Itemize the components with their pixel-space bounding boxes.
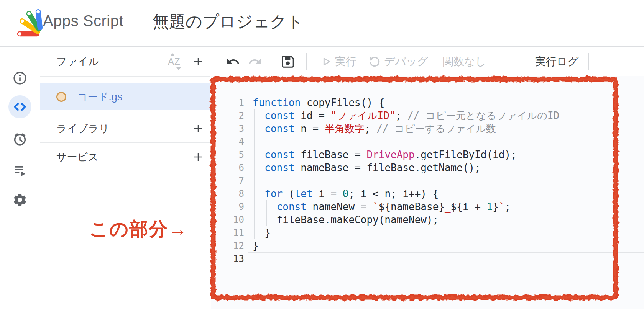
code-line[interactable]: 8 for (let i = 0; i < n; i++) { (211, 187, 644, 200)
nav-executions[interactable] (8, 159, 31, 182)
files-panel: ファイル AZ コード.gs ライブラリ (40, 47, 210, 309)
files-panel-header: ファイル AZ (40, 47, 210, 77)
line-number: 4 (211, 136, 244, 147)
save-button[interactable] (281, 47, 295, 76)
nav-triggers[interactable] (8, 128, 31, 150)
clock-icon (12, 131, 28, 147)
code-text: function copyFiles() { (253, 96, 384, 109)
code-text: const id = "ファイルID"; // コピー元となるファイルのID (253, 109, 559, 122)
undo-icon (226, 55, 240, 69)
editor-pane: 実行 デバッグ 関数なし 実行ログ 1function copyFiles() … (211, 47, 644, 309)
code-lines: 1function copyFiles() {2 const id = "ファイ… (211, 76, 644, 265)
app-name: Apps Script (43, 12, 123, 29)
sort-az-icon[interactable]: AZ (166, 53, 186, 70)
execution-log-button[interactable]: 実行ログ (535, 47, 578, 76)
line-number: 1 (211, 97, 244, 108)
run-button[interactable]: 実行 (320, 47, 356, 76)
nav-editor[interactable] (8, 95, 31, 118)
code-line[interactable]: 12} (211, 239, 644, 252)
nav-overview[interactable] (8, 67, 31, 90)
line-number: 2 (211, 110, 244, 121)
files-panel-title: ファイル (56, 55, 166, 69)
undo-button[interactable] (226, 47, 240, 76)
code-line[interactable]: 13 (211, 252, 644, 265)
code-text: fileBase.makeCopy(nameNew); (253, 213, 439, 226)
line-number: 9 (211, 201, 244, 212)
code-line[interactable]: 7 (211, 174, 644, 187)
code-icon (12, 99, 28, 115)
code-line[interactable]: 10 fileBase.makeCopy(nameNew); (211, 213, 644, 226)
debug-icon (368, 55, 381, 68)
toolbar-separator (520, 53, 520, 70)
code-text: const nameBase = fileBase.getName(); (253, 161, 481, 174)
nav-settings[interactable] (8, 188, 31, 211)
left-nav-rail (0, 47, 40, 309)
code-line[interactable]: 5 const fileBase = DriveApp.getFileById(… (211, 148, 644, 161)
function-selector[interactable]: 関数なし (443, 47, 486, 76)
app-header: Apps Script 無題のプロジェクト (0, 0, 644, 47)
line-number: 5 (211, 149, 244, 160)
line-number: 8 (211, 188, 244, 199)
toolbar-separator (273, 53, 273, 70)
redo-button[interactable] (248, 47, 262, 76)
code-line[interactable]: 1function copyFiles() { (211, 96, 644, 109)
plus-icon (192, 151, 204, 163)
executions-icon (12, 163, 28, 178)
project-title[interactable]: 無題のプロジェクト (153, 11, 304, 33)
save-icon (281, 54, 295, 69)
line-number: 3 (211, 123, 244, 134)
unsaved-indicator-icon (56, 92, 66, 102)
add-file-button[interactable] (192, 55, 205, 68)
line-number: 10 (211, 214, 244, 225)
run-label: 実行 (335, 54, 356, 69)
toolbar-separator (306, 53, 307, 70)
line-number: 7 (211, 175, 244, 186)
code-text: const fileBase = DriveApp.getFileById(id… (253, 148, 517, 161)
code-text: const nameNew = `${nameBase}_${i + 1}`; (253, 200, 511, 213)
code-text: const n = 半角数字; // コピーするファイル数 (253, 122, 496, 135)
apps-script-logo (13, 7, 44, 39)
plus-icon (192, 56, 204, 67)
debug-label: デバッグ (384, 54, 428, 69)
add-library-button[interactable] (192, 122, 205, 135)
code-text: } (253, 226, 271, 239)
code-line[interactable]: 11 } (211, 226, 644, 239)
play-icon (320, 56, 332, 68)
file-item-code-gs[interactable]: コード.gs (40, 83, 210, 110)
toolbar-separator (588, 53, 589, 70)
add-service-button[interactable] (192, 150, 205, 163)
line-number: 12 (211, 240, 244, 251)
gear-icon (12, 192, 28, 208)
line-number: 13 (211, 253, 244, 264)
code-line[interactable]: 2 const id = "ファイルID"; // コピー元となるファイルのID (211, 109, 644, 122)
code-line[interactable]: 9 const nameNew = `${nameBase}_${i + 1}`… (211, 200, 644, 213)
line-number: 6 (211, 162, 244, 173)
code-line[interactable]: 4 (211, 135, 644, 148)
plus-icon (192, 123, 204, 134)
services-section: サービス (40, 143, 210, 171)
code-line[interactable]: 6 const nameBase = fileBase.getName(); (211, 161, 644, 174)
info-icon (12, 70, 28, 86)
code-text: for (let i = 0; i < n; i++) { (253, 187, 439, 200)
apps-script-window: Apps Script 無題のプロジェクト (0, 0, 644, 309)
editor-toolbar: 実行 デバッグ 関数なし 実行ログ (211, 47, 644, 76)
debug-button[interactable]: デバッグ (368, 47, 428, 76)
code-editor[interactable]: 1function copyFiles() {2 const id = "ファイ… (211, 76, 644, 309)
redo-icon (248, 55, 262, 69)
file-name: コード.gs (77, 90, 122, 104)
red-annotation-text: この部分→ (89, 217, 188, 242)
services-label: サービス (56, 150, 192, 164)
line-number: 11 (211, 227, 244, 238)
libraries-section: ライブラリ (40, 114, 210, 143)
code-line[interactable]: 3 const n = 半角数字; // コピーするファイル数 (211, 122, 644, 135)
libraries-label: ライブラリ (56, 122, 192, 136)
code-text: } (253, 239, 259, 252)
